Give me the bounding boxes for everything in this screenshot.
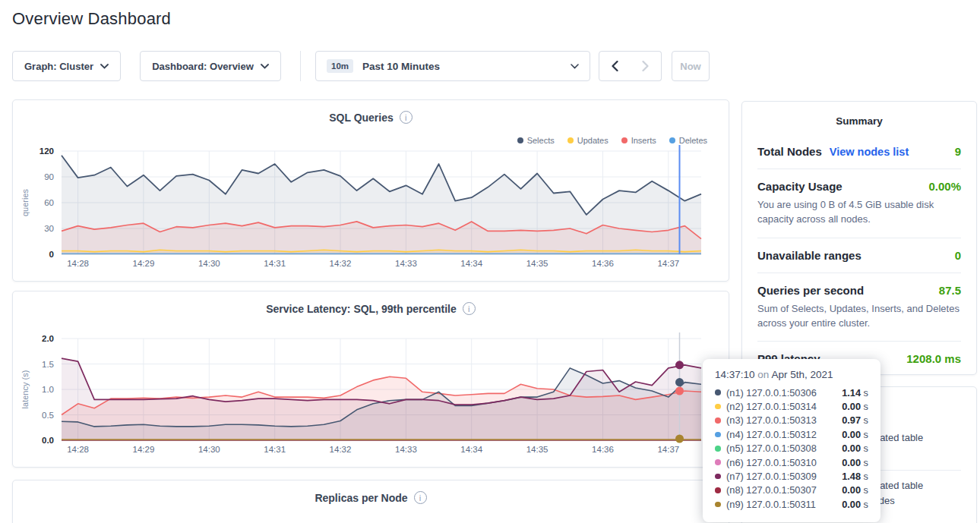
summary-row: Total NodesView nodes list9 [757,134,961,169]
summary-desc: You are using 0 B of 4.5 GiB usable disk… [757,198,961,227]
svg-text:14:31: 14:31 [264,259,286,268]
graph-dropdown-label: Graph: Cluster [24,61,93,72]
svg-text:14:28: 14:28 [67,259,89,268]
summary-label: Capacity Usage [757,180,842,193]
sql-queries-chart[interactable]: 030609012014:2814:2914:3014:3114:3214:33… [13,100,730,282]
svg-text:1.0: 1.0 [42,385,54,394]
service-latency-chart-card: Service Latency: SQL, 99th percentile i … [12,291,729,468]
tooltip-timestamp: 14:37:10 on Apr 5th, 2021 [715,369,868,380]
time-prev-button[interactable] [599,51,631,81]
svg-text:0.0: 0.0 [42,436,54,445]
replicas-per-node-chart-card: Replicas per Node i [12,480,729,523]
series-dot [715,502,721,508]
svg-text:90: 90 [44,172,54,181]
svg-text:60: 60 [44,198,54,207]
summary-row: Unavailable ranges0 [757,238,961,273]
svg-text:latency (s): latency (s) [21,370,30,409]
svg-text:14:35: 14:35 [526,259,548,268]
summary-label: Total Nodes [757,145,822,158]
svg-text:14:31: 14:31 [264,445,286,454]
time-now-button[interactable]: Now [672,51,710,81]
service-latency-chart[interactable]: 0.00.51.01.52.014:2814:2914:3014:3114:32… [13,291,730,468]
svg-text:14:32: 14:32 [330,445,352,454]
series-dot [715,389,721,395]
tooltip-node-row: (n3) 127.0.0.1:50313 0.97 s [715,414,868,427]
svg-text:14:29: 14:29 [133,445,155,454]
svg-text:14:32: 14:32 [330,259,352,268]
summary-rows: Total NodesView nodes list9Capacity Usag… [742,127,976,376]
sql-queries-chart-card: SQL Queries i SelectsUpdatesInsertsDelet… [12,99,729,282]
summary-title: Summary [742,102,976,127]
tooltip-node-row: (n2) 127.0.0.1:50314 0.00 s [715,399,868,413]
svg-text:14:37: 14:37 [657,445,679,454]
summary-value: 0 [955,249,961,262]
svg-text:14:33: 14:33 [395,259,417,268]
tooltip-node-row: (n9) 127.0.0.1:50311 0.00 s [715,497,868,511]
summary-desc: Sum of Selects, Updates, Inserts, and De… [757,302,961,331]
series-dot [715,474,721,480]
tooltip-node-row: (n5) 127.0.0.1:50308 0.00 s [715,442,868,455]
series-dot [715,417,721,424]
tooltip-node-row: (n7) 127.0.0.1:50309 1.48 s [715,469,868,483]
summary-value: 87.5 [939,284,961,297]
chevron-down-icon [571,64,579,69]
svg-text:14:36: 14:36 [592,445,614,454]
tooltip-node-row: (n4) 127.0.0.1:50312 0.00 s [715,427,868,441]
svg-text:14:37: 14:37 [657,259,679,268]
svg-text:14:35: 14:35 [526,445,548,454]
svg-text:14:30: 14:30 [198,445,220,454]
overview-dashboard-page: Overview Dashboard Graph: Cluster Dashbo… [0,0,980,523]
svg-text:14:29: 14:29 [133,259,155,268]
svg-text:14:36: 14:36 [592,259,614,268]
tooltip-node-row: (n6) 127.0.0.1:50310 0.00 s [715,455,868,469]
now-button-label: Now [680,61,700,72]
series-dot [715,404,721,410]
summary-value: 1208.0 ms [906,352,961,365]
chart-hover-tooltip: 14:37:10 on Apr 5th, 2021 (n1) 127.0.0.1… [703,359,880,522]
svg-text:14:28: 14:28 [67,445,89,454]
summary-row: Queries per second87.5Sum of Selects, Up… [757,273,961,342]
graph-dropdown[interactable]: Graph: Cluster [12,51,121,81]
summary-label: Unavailable ranges [757,249,861,262]
series-dot [715,487,721,493]
svg-text:1.5: 1.5 [42,360,54,369]
svg-text:14:34: 14:34 [460,445,482,454]
chevron-down-icon [100,64,109,69]
time-range-badge: 10m [327,59,353,73]
svg-text:14:34: 14:34 [460,259,482,268]
series-dot [715,432,721,438]
tooltip-node-row: (n1) 127.0.0.1:50306 1.14 s [715,386,868,399]
svg-text:0: 0 [49,250,54,259]
svg-text:120: 120 [40,147,54,156]
time-range-label: Past 10 Minutes [362,61,440,72]
summary-panel: Summary Total NodesView nodes list9Capac… [741,101,977,375]
svg-text:14:30: 14:30 [198,259,220,268]
tooltip-node-row: (n8) 127.0.0.1:50307 0.00 s [715,484,868,497]
summary-value: 0.00% [928,180,961,193]
toolbar-divider [300,51,301,81]
dashboard-dropdown-label: Dashboard: Overview [152,61,254,72]
svg-text:2.0: 2.0 [42,334,54,343]
summary-row: Capacity Usage0.00%You are using 0 B of … [757,169,961,238]
replicas-chart-title: Replicas per Node [315,492,407,504]
summary-label: Queries per second [757,284,864,297]
time-range-dropdown[interactable]: 10m Past 10 Minutes [315,51,590,81]
series-dot [715,459,721,465]
time-next-button[interactable] [630,51,662,81]
chevron-down-icon [261,64,269,69]
info-icon[interactable]: i [414,491,427,504]
view-nodes-link[interactable]: View nodes list [830,146,909,158]
page-title: Overview Dashboard [12,9,171,29]
svg-text:14:33: 14:33 [395,445,417,454]
svg-text:30: 30 [44,224,54,233]
summary-value: 9 [955,145,961,158]
svg-text:0.5: 0.5 [42,411,54,420]
svg-text:queries: queries [21,188,30,216]
series-dot [715,446,721,452]
dashboard-dropdown[interactable]: Dashboard: Overview [140,51,281,81]
